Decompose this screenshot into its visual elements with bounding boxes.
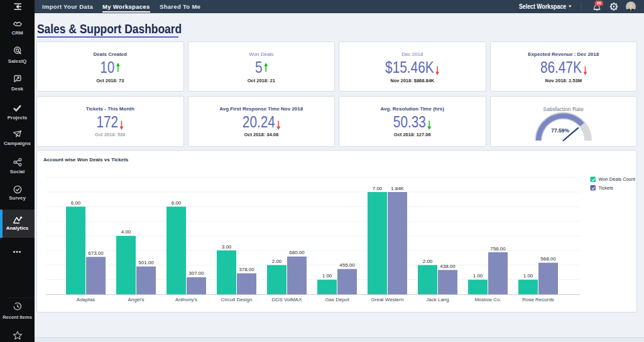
svg-text:77.59%: 77.59% (551, 127, 569, 133)
svg-text:2.00: 2.00 (272, 258, 282, 264)
svg-text:Mostow Co.: Mostow Co. (474, 297, 501, 302)
svg-text:Rose Records: Rose Records (522, 297, 554, 302)
svg-text:Tickets: Tickets (599, 184, 614, 190)
svg-text:438.00: 438.00 (440, 263, 456, 269)
svg-text:455.00: 455.00 (339, 262, 355, 268)
svg-text:Great Western: Great Western (371, 297, 404, 302)
svg-text:Gas Depot: Gas Depot (325, 297, 349, 302)
svg-text:28: 28 (597, 1, 601, 5)
svg-text:673.00: 673.00 (88, 250, 104, 255)
svg-text:307.00: 307.00 (188, 270, 204, 276)
svg-text:378.00: 378.00 (239, 267, 254, 272)
svg-text:6.00: 6.00 (172, 200, 182, 205)
svg-text:Adaptas: Adaptas (77, 297, 95, 302)
svg-text:1.00: 1.00 (322, 273, 332, 279)
svg-text:568.00: 568.00 (540, 256, 556, 262)
svg-text:756.00: 756.00 (490, 245, 506, 251)
svg-text:Won Deals Count: Won Deals Count (599, 176, 636, 182)
svg-text:Jack Lang: Jack Lang (426, 297, 449, 302)
svg-text:1.00: 1.00 (523, 273, 533, 279)
svg-text:1.00: 1.00 (473, 273, 483, 279)
svg-text:3.00: 3.00 (222, 243, 232, 249)
svg-text:4.00: 4.00 (121, 229, 131, 235)
svg-text:6.00: 6.00 (71, 200, 81, 205)
svg-text:2.00: 2.00 (423, 258, 433, 264)
svg-text:501.00: 501.00 (138, 260, 154, 265)
svg-text:680.00: 680.00 (289, 250, 305, 255)
svg-text:7.00: 7.00 (373, 185, 383, 191)
svg-text:Angel's: Angel's (128, 297, 145, 302)
svg-text:Circuit Design: Circuit Design (221, 297, 253, 302)
svg-text:DGS VolMAX: DGS VolMAX (271, 297, 302, 302)
svg-text:1.84K: 1.84K (391, 185, 405, 191)
svg-text:Anthony's: Anthony's (175, 297, 197, 302)
